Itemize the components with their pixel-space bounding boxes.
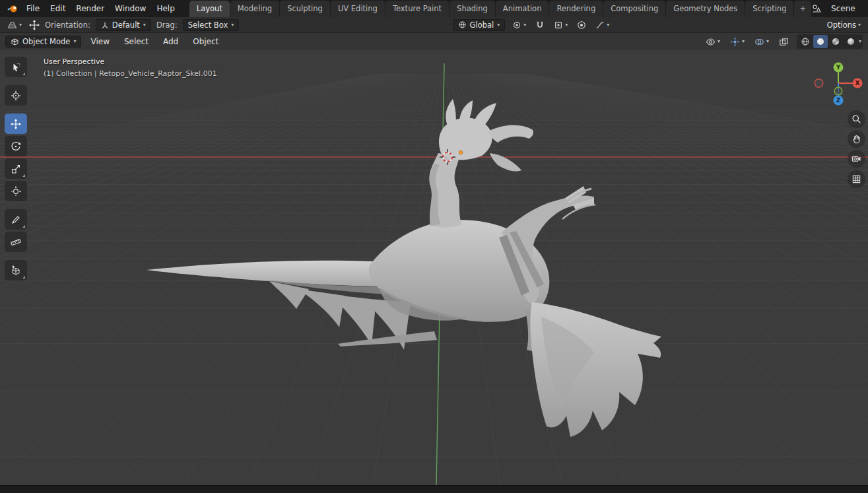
tool-rotate[interactable] [5,136,27,156]
tab-uv-editing[interactable]: UV Editing [331,1,385,17]
tab-sculpting[interactable]: Sculpting [280,1,330,17]
menu-object[interactable]: Object [187,35,224,48]
tool-add-cube[interactable] [5,260,27,280]
show-gizmos-toggle[interactable]: ▾ [728,36,747,48]
shading-solid-button[interactable] [813,35,828,48]
pivot-point-dropdown[interactable]: ▾ [510,19,528,31]
tab-layout[interactable]: Layout [189,1,230,17]
toggle-orthographic-button[interactable] [848,170,865,188]
snap-target-dropdown[interactable]: ▾ [552,19,570,31]
drag-dropdown[interactable]: Select Box ▾ [183,19,240,31]
active-tool-move-icon [29,20,40,30]
menu-select[interactable]: Select [119,35,154,48]
tool-select-box[interactable] [5,57,27,77]
scene-selector[interactable]: Scene [826,2,861,15]
shading-rendered-button[interactable] [844,35,858,48]
tool-cursor[interactable] [5,85,27,106]
tab-geometry-nodes[interactable]: Geometry Nodes [666,1,745,17]
menu-help[interactable]: Help [151,2,180,15]
tab-modeling[interactable]: Modeling [230,1,279,17]
options-dropdown[interactable]: Options ▾ [825,19,863,31]
drag-value: Select Box [188,20,228,30]
gizmo-y-label: Y [836,64,841,71]
tool-move[interactable] [5,114,27,134]
workspace-tabs: Layout Modeling Sculpting UV Editing Tex… [189,0,811,17]
model-mesh[interactable] [147,99,661,437]
tab-scripting[interactable]: Scripting [745,1,793,17]
transform-orientation-value: Global [470,20,494,30]
orientation-dropdown[interactable]: Default ▾ [96,19,151,31]
object-origin-dot [459,150,462,154]
shading-material-button[interactable] [828,35,843,48]
snap-toggle[interactable] [533,19,547,31]
gizmo-axis-x-negative[interactable] [815,79,823,88]
shading-options-dropdown[interactable]: ▾ [859,39,861,44]
menu-view[interactable]: View [85,35,114,48]
proportional-falloff-dropdown[interactable]: ▾ [593,19,611,31]
menu-edit[interactable]: Edit [45,2,71,15]
view-perspective-label: User Perspective [44,56,217,68]
camera-view-button[interactable] [848,150,865,168]
editor-type-selector[interactable]: ▾ [5,18,24,31]
pan-hand-button[interactable] [848,130,865,148]
zoom-button[interactable] [848,110,865,128]
mode-dropdown[interactable]: Object Mode ▾ [5,36,81,48]
mode-value: Object Mode [22,37,70,46]
toggle-xray[interactable] [777,36,791,48]
orientation-value: Default [112,20,140,30]
active-object-breadcrumb: (1) Collection | Retopo_Vehicle_Raptor_S… [44,68,217,80]
tab-animation[interactable]: Animation [496,1,549,17]
viewport-header: Object Mode ▾ View Select Add Object ▾ [0,33,868,50]
viewport-3d[interactable]: Object Mode ▾ View Select Add Object ▾ [0,33,868,485]
object-visibility-dropdown[interactable]: ▾ [704,36,722,48]
tool-scale[interactable] [5,158,27,179]
orientation-label: Orientation: [45,20,90,30]
viewport-info: User Perspective (1) Collection | Retopo… [44,56,217,80]
tool-transform[interactable] [5,181,27,201]
gizmo-z-label: Z [836,97,841,104]
add-workspace-button[interactable]: + [794,1,811,17]
tab-compositing[interactable]: Compositing [603,1,665,17]
toolbar-left [5,57,27,280]
tool-annotate[interactable] [5,209,27,230]
tab-rendering[interactable]: Rendering [549,1,603,17]
shading-mode-group: ▾ [797,34,863,49]
shading-wireframe-button[interactable] [798,35,813,48]
viewport-canvas[interactable] [0,33,868,485]
scene-icon [811,3,822,14]
blender-logo-icon[interactable] [7,2,18,15]
menu-render[interactable]: Render [71,2,110,15]
tool-settings-bar: ▾ Orientation: Default ▾ Drag: Select Bo… [0,17,868,33]
gizmo-axis-y-negative[interactable] [834,87,842,95]
tool-measure[interactable] [5,232,27,252]
drag-label: Drag: [156,20,178,30]
menu-add[interactable]: Add [158,35,184,48]
tab-shading[interactable]: Shading [450,1,495,17]
gizmo-x-label: X [855,80,860,86]
menu-window[interactable]: Window [110,2,151,15]
navigation-gizmo[interactable]: Y X Z [813,58,863,108]
show-overlays-toggle[interactable]: ▾ [752,36,771,48]
transform-orientation-dropdown[interactable]: Global ▾ [453,19,506,31]
menu-file[interactable]: File [21,2,45,15]
status-bar [0,485,868,493]
topbar: File Edit Render Window Help Layout Mode… [0,0,868,17]
tab-texture-paint[interactable]: Texture Paint [385,1,449,17]
proportional-editing-toggle[interactable] [575,19,588,31]
